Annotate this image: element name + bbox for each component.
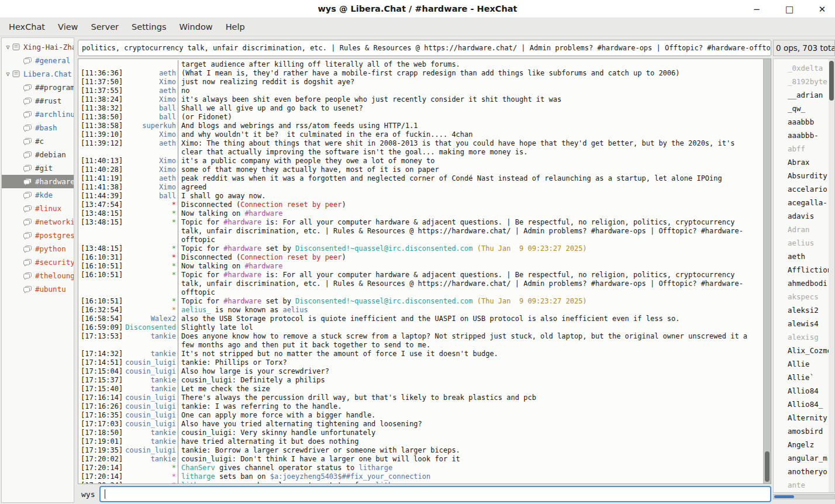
userlist-item[interactable]: amosbird	[774, 424, 829, 438]
channel-row--ubuntu[interactable]: #ubuntu	[2, 282, 74, 296]
userlist-horizontal-scrollbar[interactable]	[773, 494, 835, 499]
timestamp: [13:48:15]	[81, 209, 123, 218]
userlist-item[interactable]: Affliction	[774, 263, 829, 277]
chat-scrollbar-thumb[interactable]	[765, 451, 770, 482]
timestamp: [11:37:50]	[81, 78, 123, 87]
channel-row--linux[interactable]: #linux	[2, 202, 74, 215]
userlist-item[interactable]: aelius	[774, 236, 829, 250]
user-nick: aaabbb-	[788, 131, 819, 140]
userlist-item[interactable]: Angelz	[774, 438, 829, 451]
menu-hexchat[interactable]: HexChat	[2, 20, 51, 34]
channel-row--postgresql[interactable]: #postgresql	[2, 229, 74, 242]
userlist-item[interactable]: Alix_Cozmo	[774, 344, 829, 357]
menu-help[interactable]: Help	[219, 20, 251, 34]
timestamp: [17:14:51]	[81, 358, 123, 367]
userlist-item[interactable]: abff	[774, 142, 829, 156]
userlist-item[interactable]: aaabbb-	[774, 129, 829, 142]
menu-window[interactable]: Window	[173, 20, 219, 34]
timestamp: [11:39:10]	[81, 130, 123, 139]
userlist-header-row: 0 ops, 703 total	[773, 37, 835, 58]
userlist-item[interactable]: Abrax	[774, 156, 829, 169]
maximize-icon[interactable]: □	[781, 2, 798, 16]
channel-row--c[interactable]: #c	[2, 134, 74, 148]
channel-row--archlinux[interactable]: #archlinux	[2, 108, 74, 121]
message-input[interactable]	[99, 486, 771, 502]
minimize-icon[interactable]: −	[748, 2, 765, 16]
server-icon	[12, 43, 20, 51]
userlist-item[interactable]: Allio84	[774, 384, 829, 398]
expander-icon[interactable]: ▽	[4, 71, 12, 77]
own-nick-label[interactable]: wys	[81, 490, 95, 499]
userlist-scrollbar-thumb[interactable]	[829, 61, 834, 101]
userlist-hscrollbar-thumb[interactable]	[774, 495, 794, 498]
userlist-item[interactable]: Allie`	[774, 371, 829, 384]
channel-row--git[interactable]: #git	[2, 161, 74, 175]
channel-row--programming[interactable]: ##programming	[2, 81, 74, 94]
userlist-item[interactable]: acegalla-	[774, 196, 829, 209]
topic-input[interactable]: politics, cryptocurrency talk, unfair di…	[78, 40, 771, 56]
menu-server[interactable]: Server	[84, 20, 125, 34]
userlist-item[interactable]: alewis4	[774, 317, 829, 330]
userlist-item[interactable]: __adrian	[774, 88, 829, 102]
userlist-item[interactable]: alexisg	[774, 330, 829, 344]
message-text: Shall we all give up and go back to usen…	[178, 104, 761, 113]
user-nick: Abrax	[788, 158, 810, 167]
menu-settings[interactable]: Settings	[125, 20, 172, 34]
userlist-item[interactable]: angular_m	[774, 451, 829, 465]
userlist-item[interactable]: Absurdity	[774, 169, 829, 182]
message-segment: cousin_luigi: Very skinny handle unfortu…	[181, 429, 375, 437]
channel-row--kde[interactable]: #kde	[2, 188, 74, 202]
userlist-vertical-scrollbar[interactable]	[829, 59, 834, 492]
tree-label: #kde	[35, 191, 53, 199]
chat-row: [16:10:51]*Topic for #hardware is: For a…	[80, 271, 763, 297]
server-tree: ▽Xing-Hai-Zhan#general▽Libera.Chat##prog…	[1, 37, 74, 503]
userlist-item[interactable]: Alternity	[774, 411, 829, 424]
userlist-item[interactable]: adavis	[774, 209, 829, 223]
chat-meta: [17:15:04]cousin_luigi	[80, 367, 178, 376]
channel-row--thelounge[interactable]: #thelounge	[2, 269, 74, 282]
server-row-libera-chat[interactable]: ▽Libera.Chat	[2, 67, 74, 81]
userlist-item[interactable]: accelario	[774, 182, 829, 196]
user-nick: aeth	[788, 252, 805, 261]
userlist-item[interactable]: _0xdelta	[774, 61, 829, 75]
timestamp: [11:41:19]	[81, 174, 123, 183]
channel-row--general[interactable]: #general	[2, 54, 74, 67]
channel-row--python[interactable]: #python	[2, 242, 74, 256]
userlist-item[interactable]: aaabbb	[774, 115, 829, 129]
chat-row: [16:58:54]Walex2also the USB Storage pro…	[80, 315, 763, 323]
expander-icon[interactable]: ▽	[4, 44, 12, 50]
chat-meta: [11:41:38]Ximo	[80, 183, 178, 192]
channel-row--hardware[interactable]: #hardware	[2, 175, 74, 188]
message-segment: It's not stripped but no matter the amou…	[181, 350, 498, 358]
channel-row--debian[interactable]: #debian	[2, 148, 74, 161]
timestamp: [17:13:53]	[81, 332, 123, 341]
userlist-item[interactable]: anotheryo	[774, 465, 829, 478]
userlist-item[interactable]: Allie	[774, 357, 829, 371]
channel-icon	[23, 178, 32, 186]
userlist-item[interactable]: _8192byte	[774, 75, 829, 88]
chat-row: [11:39:10]Ximoand why wouldn't it be? it…	[80, 130, 763, 139]
server-row-xing-hai-zhan[interactable]: ▽Xing-Hai-Zhan	[2, 40, 74, 54]
userlist-item[interactable]: aleksi2	[774, 303, 829, 317]
timestamp: [17:19:35]	[81, 446, 123, 455]
userlist-item[interactable]: akspecs	[774, 290, 829, 303]
menu-view[interactable]: View	[51, 20, 84, 34]
user-nick: anotheryo	[788, 467, 827, 476]
message-text: Disconnected (Connection reset by peer)	[178, 253, 761, 262]
userlist-item[interactable]: aeth	[774, 250, 829, 263]
userlist-item[interactable]: Allio84_	[774, 398, 829, 411]
message-input-wrap	[99, 486, 771, 502]
userlist-item[interactable]: _qw_	[774, 102, 829, 115]
chat-vertical-scrollbar[interactable]	[763, 59, 771, 484]
channel-row--security[interactable]: #security	[2, 256, 74, 269]
userlist-item[interactable]: Adran	[774, 223, 829, 236]
close-icon[interactable]: ✕	[814, 2, 830, 16]
channel-row--rust[interactable]: ##rust	[2, 94, 74, 108]
message-segment: it's always been shit even before people…	[181, 95, 561, 103]
channel-row--networking[interactable]: #networking	[2, 215, 74, 229]
userlist-item[interactable]: ante	[774, 478, 829, 492]
main-area: ▽Xing-Hai-Zhan#general▽Libera.Chat##prog…	[0, 36, 835, 504]
channel-row--bash[interactable]: #bash	[2, 121, 74, 134]
userlist-item[interactable]: ahmedbodi	[774, 277, 829, 290]
chat-row: [11:37:55]aethno	[80, 87, 763, 95]
